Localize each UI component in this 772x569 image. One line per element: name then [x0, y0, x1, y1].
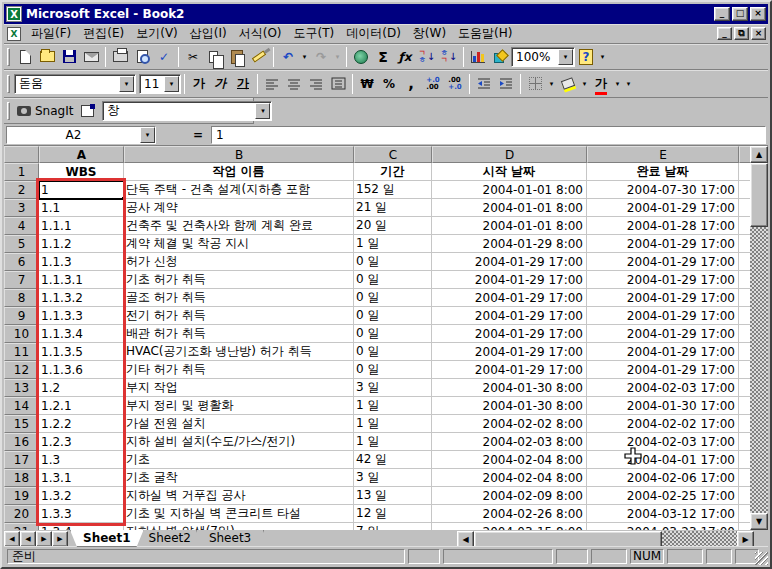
- cell-task[interactable]: 계약 체결 및 착공 지시: [124, 235, 354, 253]
- cell-wbs[interactable]: 1.2.3: [39, 433, 124, 451]
- print-button[interactable]: [109, 47, 131, 67]
- cell-task[interactable]: 공사 계약: [124, 199, 354, 217]
- print-preview-button[interactable]: [131, 47, 153, 67]
- cell-end-date[interactable]: 2004-02-02 17:00: [587, 415, 739, 433]
- cell-end-date[interactable]: 2004-01-29 17:00: [587, 343, 739, 361]
- cell-wbs[interactable]: 1.1.3.1: [39, 271, 124, 289]
- cell-d1[interactable]: 시작 날짜: [432, 163, 587, 181]
- drawing-button[interactable]: [489, 47, 511, 67]
- cell-wbs[interactable]: 1.3.1: [39, 469, 124, 487]
- decrease-indent-button[interactable]: [473, 74, 495, 94]
- increase-indent-button[interactable]: [495, 74, 517, 94]
- autosum-button[interactable]: Σ: [372, 47, 394, 67]
- cell-start-date[interactable]: 2004-01-29 17:00: [432, 289, 587, 307]
- cell-end-date[interactable]: 2004-01-28 17:00: [587, 217, 739, 235]
- row-header[interactable]: 17: [4, 451, 39, 469]
- cell-task[interactable]: 기초 및 지하실 벽 콘크리트 타설: [124, 505, 354, 523]
- sort-ascending-button[interactable]: ㄱㅎ↓: [416, 47, 438, 67]
- cell-duration[interactable]: 0 일: [354, 325, 432, 343]
- cell-task[interactable]: 가설 전원 설치: [124, 415, 354, 433]
- column-header-a[interactable]: A: [39, 146, 124, 163]
- cell-c1[interactable]: 기간: [354, 163, 432, 181]
- cell-duration[interactable]: 3 일: [354, 379, 432, 397]
- cell-start-date[interactable]: 2004-01-29 17:00: [432, 361, 587, 379]
- cell-start-date[interactable]: 2004-01-30 8:00: [432, 379, 587, 397]
- undo-dropdown[interactable]: ▾: [299, 47, 310, 67]
- bold-button[interactable]: 가: [188, 74, 210, 94]
- increase-decimal-button[interactable]: +.0.00: [422, 74, 444, 94]
- cell-wbs[interactable]: 1.2.2: [39, 415, 124, 433]
- cell-duration[interactable]: 20 일: [354, 217, 432, 235]
- toolbar-grip[interactable]: [7, 75, 10, 93]
- cell-end-date[interactable]: 2004-01-29 17:00: [587, 199, 739, 217]
- next-sheet-icon[interactable]: ▶: [36, 531, 52, 547]
- vertical-scroll-thumb[interactable]: [750, 163, 768, 227]
- cell-start-date[interactable]: 2004-02-04 8:00: [432, 451, 587, 469]
- row-header[interactable]: 9: [4, 307, 39, 325]
- workbook-icon[interactable]: X: [7, 27, 21, 41]
- toolbar-grip[interactable]: [7, 102, 10, 120]
- cell-duration[interactable]: 1 일: [354, 415, 432, 433]
- cell-start-date[interactable]: 2004-02-09 8:00: [432, 487, 587, 505]
- undo-button[interactable]: ↶: [277, 47, 299, 67]
- row-header[interactable]: 10: [4, 325, 39, 343]
- italic-button[interactable]: 가: [210, 74, 232, 94]
- decrease-decimal-button[interactable]: .00+.0: [444, 74, 466, 94]
- spelling-button[interactable]: ✓: [153, 47, 175, 67]
- row-header[interactable]: 19: [4, 487, 39, 505]
- cell-end-date[interactable]: 2004-02-06 17:00: [587, 469, 739, 487]
- cell-duration[interactable]: 0 일: [354, 361, 432, 379]
- column-header-c[interactable]: C: [354, 146, 432, 163]
- cell-wbs[interactable]: 1.2: [39, 379, 124, 397]
- cell-duration[interactable]: 0 일: [354, 253, 432, 271]
- menu-item[interactable]: 창(W): [407, 23, 452, 44]
- cell-end-date[interactable]: 2004-01-29 17:00: [587, 325, 739, 343]
- cell-duration[interactable]: 1 일: [354, 397, 432, 415]
- snagit-profile-dropdown-icon[interactable]: ▾: [255, 103, 270, 119]
- cell-start-date[interactable]: 2004-02-04 8:00: [432, 469, 587, 487]
- sort-descending-button[interactable]: ㅎㄱ↓: [438, 47, 460, 67]
- cell-start-date[interactable]: 2004-01-29 8:00: [432, 235, 587, 253]
- row-header[interactable]: 2: [4, 181, 39, 199]
- cell-task[interactable]: 지하 설비 설치(수도/가스/전기): [124, 433, 354, 451]
- cell-wbs[interactable]: 1.1.3.6: [39, 361, 124, 379]
- open-button[interactable]: [36, 47, 58, 67]
- menu-item[interactable]: 보기(V): [130, 23, 184, 44]
- cell-end-date[interactable]: 2004-01-29 17:00: [587, 253, 739, 271]
- snagit-button[interactable]: SnagIt: [14, 101, 76, 121]
- cell-duration[interactable]: 42 일: [354, 451, 432, 469]
- help-button[interactable]: ?: [575, 47, 597, 67]
- row-header[interactable]: 18: [4, 469, 39, 487]
- cell-duration[interactable]: 1 일: [354, 235, 432, 253]
- cell-task[interactable]: 부지 정리 및 평활화: [124, 397, 354, 415]
- menu-item[interactable]: 도구(T): [288, 23, 341, 44]
- row-header[interactable]: 4: [4, 217, 39, 235]
- cell-task[interactable]: 배관 허가 취득: [124, 325, 354, 343]
- cell-task[interactable]: 건축주 및 건축사와 함께 계획 완료: [124, 217, 354, 235]
- row-header[interactable]: 21: [4, 523, 39, 530]
- cell-wbs[interactable]: 1.1.3.3: [39, 307, 124, 325]
- align-left-button[interactable]: [261, 74, 283, 94]
- resize-grip[interactable]: [755, 552, 768, 565]
- redo-button[interactable]: ↷: [310, 47, 332, 67]
- row-header[interactable]: 3: [4, 199, 39, 217]
- cell-wbs[interactable]: 1.1.2: [39, 235, 124, 253]
- menu-item[interactable]: 데이터(D): [340, 23, 407, 44]
- cell-start-date[interactable]: 2004-02-26 8:00: [432, 505, 587, 523]
- redo-dropdown[interactable]: ▾: [332, 47, 343, 67]
- cell-wbs[interactable]: 1.1.3.4: [39, 325, 124, 343]
- save-button[interactable]: [58, 47, 80, 67]
- underline-button[interactable]: 가: [232, 74, 254, 94]
- fill-color-dropdown[interactable]: ▾: [579, 74, 590, 94]
- cell-end-date[interactable]: 2004-01-29 17:00: [587, 361, 739, 379]
- align-right-button[interactable]: [305, 74, 327, 94]
- font-name-dropdown-icon[interactable]: ▾: [119, 76, 134, 92]
- cell-duration[interactable]: 21 일: [354, 199, 432, 217]
- workbook-restore-button[interactable]: ⧉: [734, 27, 749, 40]
- cell-task[interactable]: 지하실 벽 양생(7일): [124, 523, 354, 530]
- select-all-corner[interactable]: [4, 146, 39, 163]
- font-color-button[interactable]: 가: [590, 74, 612, 94]
- font-size-dropdown-icon[interactable]: ▾: [164, 76, 179, 92]
- cell-end-date[interactable]: 2004-01-29 17:00: [587, 289, 739, 307]
- menu-item[interactable]: 삽입(I): [184, 23, 233, 44]
